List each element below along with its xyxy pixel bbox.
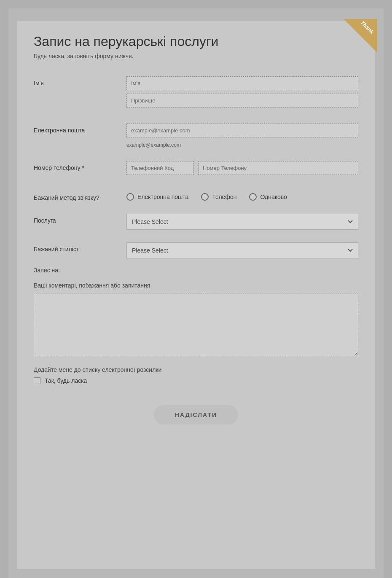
submit-section: НАДІСЛАТИ xyxy=(34,405,358,425)
name-fields xyxy=(126,76,358,111)
comments-textarea[interactable] xyxy=(34,293,358,356)
mailing-list-checkbox-label: Так, будь ласка xyxy=(45,377,87,384)
submit-button[interactable]: НАДІСЛАТИ xyxy=(154,405,238,425)
email-row: Електронна пошта example@example.com xyxy=(34,124,358,148)
phone-required: * xyxy=(82,164,84,171)
radio-option-email[interactable]: Електронна пошта xyxy=(126,193,188,201)
radio-group: Електронна пошта Телефон Однаково xyxy=(126,191,358,201)
page-wrapper: Thank Запис на перукарські послуги Будь … xyxy=(8,8,384,578)
service-label: Послуга xyxy=(34,214,126,224)
comments-label: Ваші коментарі, побажання або запитання xyxy=(34,282,358,289)
phone-number-input[interactable] xyxy=(198,161,358,175)
email-fields: example@example.com xyxy=(126,124,358,148)
service-row: Послуга Please Select xyxy=(34,214,358,230)
phone-label: Номер телефону * xyxy=(34,161,126,171)
mailing-list-label: Додайте мене до списку електронної розси… xyxy=(34,366,358,373)
comments-section: Ваші коментарі, побажання або запитання xyxy=(34,282,358,358)
form-subtitle: Будь ласка, заповніть форму нижче. xyxy=(34,53,358,59)
contact-method-row: Бажаний метод зв'язку? Електронна пошта … xyxy=(34,191,358,201)
radio-label-email: Електронна пошта xyxy=(137,194,188,200)
radio-circle-equal xyxy=(249,193,257,201)
stylist-label: Бажаний стиліст xyxy=(34,242,126,253)
stylist-fields: Please Select xyxy=(126,242,358,258)
name-label: Ім'я xyxy=(34,76,126,86)
radio-option-phone[interactable]: Телефон xyxy=(201,193,236,201)
mailing-list-section: Додайте мене до списку електронної розси… xyxy=(34,366,358,384)
service-select[interactable]: Please Select xyxy=(126,214,358,230)
stylist-select[interactable]: Please Select xyxy=(126,242,358,258)
email-hint: example@example.com xyxy=(126,142,181,148)
contact-method-label: Бажаний метод зв'язку? xyxy=(34,191,126,201)
email-input[interactable] xyxy=(126,124,358,137)
radio-circle-phone xyxy=(201,193,209,201)
appointment-section: Запис на: xyxy=(34,267,358,274)
service-fields: Please Select xyxy=(126,214,358,230)
phone-row: Номер телефону * xyxy=(34,161,358,178)
phone-fields xyxy=(126,161,358,178)
appointment-label: Запис на: xyxy=(34,267,358,274)
email-label: Електронна пошта xyxy=(34,124,126,134)
form-title: Запис на перукарські послуги xyxy=(34,34,358,49)
radio-label-phone: Телефон xyxy=(212,194,236,200)
form-container: Thank Запис на перукарські послуги Будь … xyxy=(17,21,375,569)
mailing-list-checkbox-option[interactable]: Так, будь ласка xyxy=(34,377,358,384)
stylist-row: Бажаний стиліст Please Select xyxy=(34,242,358,258)
phone-code-input[interactable] xyxy=(126,161,194,175)
radio-option-equal[interactable]: Однаково xyxy=(249,193,287,201)
name-row: Ім'я xyxy=(34,76,358,111)
first-name-input[interactable] xyxy=(126,76,358,90)
contact-method-fields: Електронна пошта Телефон Однаково xyxy=(126,191,358,201)
last-name-input[interactable] xyxy=(126,94,358,108)
phone-inputs-row xyxy=(126,161,358,178)
radio-label-equal: Однаково xyxy=(260,194,287,200)
mailing-list-checkbox[interactable] xyxy=(34,377,40,384)
corner-badge-text: Thank xyxy=(359,19,375,35)
radio-circle-email xyxy=(126,193,134,201)
